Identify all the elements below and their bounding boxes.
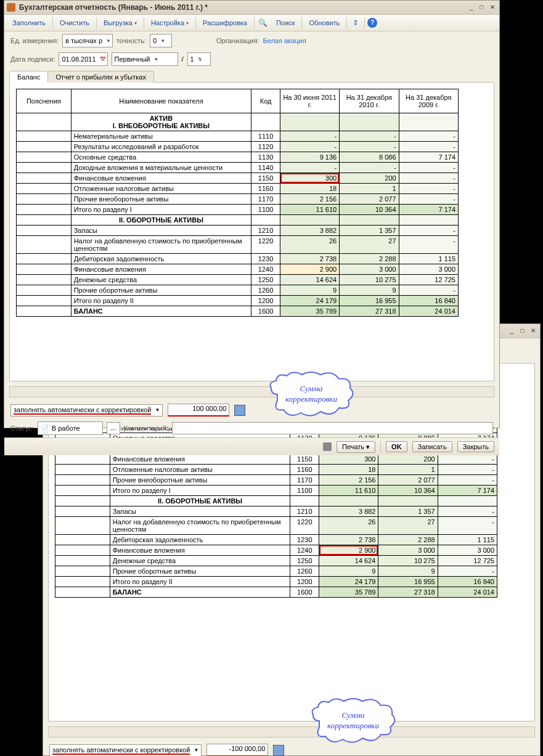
value-cell[interactable]: 9 [319, 566, 378, 577]
export-button[interactable]: Выгрузка▾ [99, 17, 141, 28]
tab-balance[interactable]: Баланс [9, 71, 48, 83]
num-input[interactable]: 1⇅ [187, 52, 211, 66]
table-row: Финансовые вложения12402 9003 0003 000 [17, 264, 459, 275]
value-cell[interactable]: 35 789 [319, 587, 378, 598]
balance-table: ПоясненияНаименование показателяКодНа 30… [16, 89, 459, 317]
value-cell[interactable]: 3 882 [280, 226, 339, 236]
table-row: Итого по разделу II120024 17916 95516 84… [55, 577, 497, 587]
value-cell[interactable]: 9 [280, 285, 339, 296]
table-row: Итого по разделу I110011 61010 3647 174 [17, 205, 459, 215]
close-icon[interactable]: ✕ [528, 327, 537, 335]
decode-button[interactable]: Расшифровка [198, 17, 251, 28]
fill-button[interactable]: Заполнить [8, 17, 50, 28]
help-icon[interactable]: ? [367, 18, 377, 28]
value-cell[interactable]: 18 [280, 184, 339, 194]
table-row: Основные средства11309 1368 0867 174 [17, 152, 459, 163]
ok-button[interactable]: OK [386, 441, 407, 452]
value-cell[interactable]: - [280, 131, 339, 142]
table-row: Прочие внеоборотные активы11702 1562 077… [55, 475, 497, 486]
table-row: Результаты исследований и разработок1120… [17, 142, 459, 152]
value-cell[interactable]: 24 179 [280, 296, 339, 306]
maximize-icon[interactable]: □ [518, 327, 527, 335]
autofill-mode-select[interactable]: заполнять автоматически с корректировкой… [10, 404, 163, 417]
print-button[interactable]: Печать ▾ [337, 441, 375, 453]
value-cell[interactable]: - [280, 163, 339, 173]
value-cell[interactable]: 3 882 [319, 506, 378, 517]
table-row: Налог на добавленную стоимость по приобр… [17, 236, 459, 254]
table-row: Итого по разделу I110011 61010 3647 174 [55, 486, 497, 496]
value-cell[interactable]: 300 [280, 173, 339, 184]
header-explain: Пояснения [17, 89, 71, 113]
save-button[interactable]: Записать [412, 441, 452, 452]
balance-panel: ПоясненияНаименование показателяКодНа 30… [9, 82, 494, 381]
header-period1: На 30 июня 2011 г. [280, 89, 339, 113]
sign-date-label: Дата подписи: [10, 55, 55, 63]
titlebar[interactable]: Бухгалтерская отчетность (Январь - Июнь … [4, 1, 499, 15]
calculator-icon[interactable] [273, 745, 284, 756]
status-picker-button[interactable]: ... [107, 422, 120, 434]
value-cell[interactable]: 2 156 [280, 194, 339, 205]
comment-input[interactable] [172, 422, 493, 434]
sign-date-input[interactable]: 01.08.2011📅 [59, 52, 107, 66]
table-row: Прочие оборотные активы126099- [17, 285, 459, 296]
value-cell[interactable]: 14 624 [319, 556, 378, 566]
correction-amount-input[interactable]: 100 000,00 [168, 404, 229, 417]
table-row: Финансовые вложения1150300200- [55, 454, 497, 465]
status-label: Статус: [10, 425, 34, 432]
settings-button[interactable]: Настройка▾ [147, 17, 193, 28]
value-cell[interactable]: 26 [280, 236, 339, 254]
status-field[interactable]: 📄В работе [38, 421, 103, 435]
org-label: Организация: [216, 37, 259, 44]
value-cell[interactable]: - [280, 142, 339, 152]
maximize-icon[interactable]: □ [477, 3, 486, 12]
table-row: БАЛАНС160035 78927 31824 014 [55, 587, 497, 598]
update-button[interactable]: Обновить [304, 17, 344, 28]
value-cell[interactable]: 26 [319, 517, 378, 535]
value-cell[interactable]: 11 610 [280, 205, 339, 215]
clear-button[interactable]: Очистить [55, 17, 94, 28]
unit-select[interactable]: в тысячах р▼ [62, 34, 113, 47]
precision-select[interactable]: 0▼ [150, 34, 172, 47]
header-code: Код [251, 89, 280, 113]
slash-label: / [182, 55, 184, 63]
search-button[interactable]: Поиск [272, 17, 299, 28]
calculator-icon[interactable] [234, 405, 245, 416]
autofill-mode-select[interactable]: заполнять автоматически с корректировкой… [49, 744, 202, 757]
value-cell[interactable]: 2 738 [319, 535, 378, 545]
correction-amount-input[interactable]: -100 000,00 [206, 744, 268, 756]
header-period3: На 31 декабря 2009 г. [399, 89, 458, 113]
section-ob: II. ОБОРОТНЫЕ АКТИВЫ [71, 215, 251, 226]
value-cell[interactable]: 24 179 [319, 577, 378, 587]
value-cell[interactable]: 18 [319, 465, 378, 475]
expand-icon[interactable]: ⇕ [349, 17, 362, 29]
unit-label: Ед. измерения: [10, 37, 59, 44]
table-row: Прочие внеоборотные активы11702 1562 077… [17, 194, 459, 205]
value-cell[interactable]: 2 900 [280, 264, 339, 275]
table-row: Финансовые вложения1150300200- [17, 173, 459, 184]
value-cell[interactable]: 35 789 [280, 306, 339, 317]
toolbar: Заполнить Очистить Выгрузка▾ Настройка▾ … [4, 15, 499, 31]
tab-pnl[interactable]: Отчет о прибылях и убытках [47, 71, 153, 83]
tab-strip: Баланс Отчет о прибылях и убытках [4, 68, 499, 82]
app-icon [7, 3, 15, 12]
table-row: Доходные вложения в материальные ценност… [17, 163, 459, 173]
horizontal-scrollbar[interactable] [9, 386, 494, 397]
header-period2: На 31 декабря 2010 г. [340, 89, 399, 113]
horizontal-scrollbar[interactable] [48, 726, 535, 738]
close-button[interactable]: Закрыть [457, 441, 494, 452]
magnifier-icon[interactable]: 🔍 [257, 17, 269, 29]
value-cell[interactable]: 14 624 [280, 275, 339, 285]
close-icon[interactable]: ✕ [488, 3, 497, 12]
minimize-icon[interactable]: _ [467, 3, 476, 12]
minimize-icon[interactable]: _ [507, 327, 516, 335]
footer-bar: Печать ▾ OK Записать Закрыть [4, 437, 499, 455]
value-cell[interactable]: 2 738 [280, 254, 339, 264]
value-cell[interactable]: 2 156 [319, 475, 378, 486]
table-row: Налог на добавленную стоимость по приобр… [55, 517, 497, 535]
value-cell[interactable]: 300 [319, 454, 378, 465]
value-cell[interactable]: 11 610 [319, 486, 378, 496]
org-link[interactable]: Белая акация [263, 37, 306, 44]
value-cell[interactable]: 9 136 [280, 152, 339, 163]
primary-select[interactable]: Первичный▼ [112, 52, 178, 66]
value-cell[interactable]: 2 900 [319, 545, 378, 556]
